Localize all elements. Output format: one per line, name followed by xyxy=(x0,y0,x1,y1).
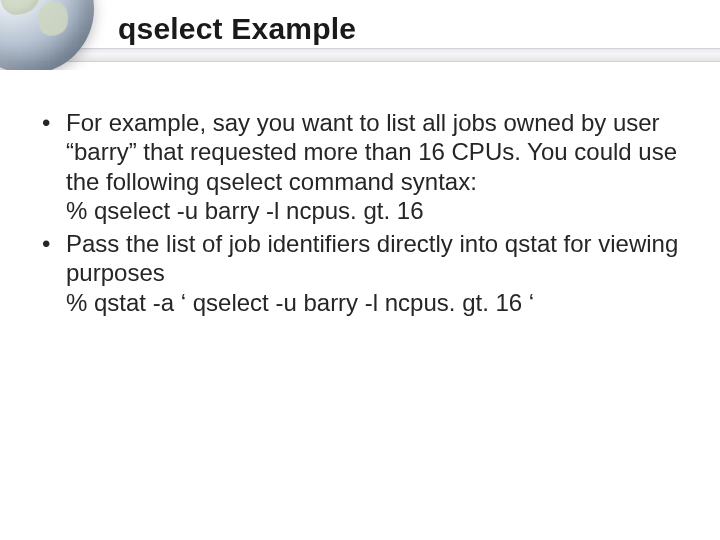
slide: qselect Example For example, say you wan… xyxy=(0,0,720,540)
bullet-text: For example, say you want to list all jo… xyxy=(66,109,677,195)
bullet-text: Pass the list of job identifiers directl… xyxy=(66,230,678,286)
bullet-item: For example, say you want to list all jo… xyxy=(36,108,684,225)
slide-title: qselect Example xyxy=(118,12,356,46)
bullet-subtext: % qselect -u barry -l ncpus. gt. 16 xyxy=(66,196,684,225)
bullet-list: For example, say you want to list all jo… xyxy=(36,108,684,317)
bullet-subtext: % qstat -a ‘ qselect -u barry -l ncpus. … xyxy=(66,288,684,317)
header-divider xyxy=(0,48,720,62)
bullet-item: Pass the list of job identifiers directl… xyxy=(36,229,684,317)
slide-content: For example, say you want to list all jo… xyxy=(36,108,684,321)
